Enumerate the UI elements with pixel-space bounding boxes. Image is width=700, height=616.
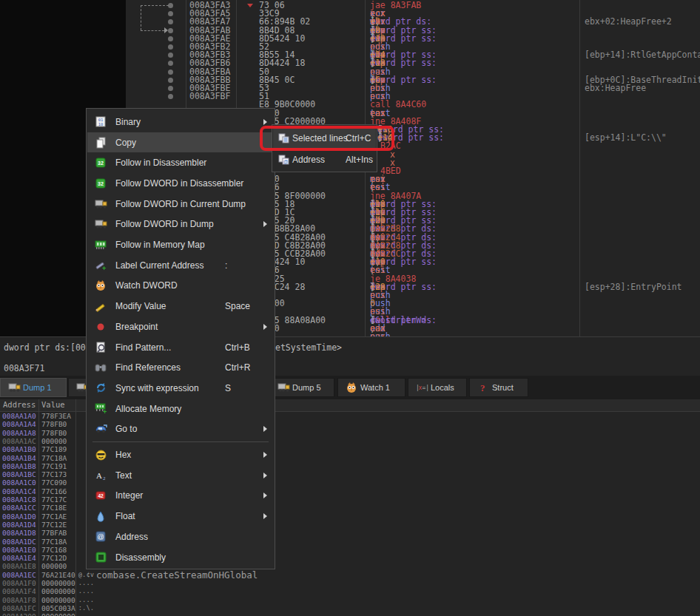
jump-line <box>141 5 169 6</box>
breakpoint-dot <box>168 94 173 99</box>
menu-item-hex[interactable]: Hex <box>87 444 274 465</box>
dump-address: 008AA200 <box>2 612 36 616</box>
info-expression: dword ptr ds:[00 <box>4 342 86 353</box>
menu-item-float[interactable]: Float <box>87 506 274 527</box>
submenu-arrow-icon <box>263 452 267 458</box>
menu-item-label: Sync with expression <box>115 383 199 393</box>
submenu-arrow-icon <box>263 221 267 227</box>
menu-item-address[interactable]: @Address <box>87 527 274 547</box>
svg-text:@: @ <box>97 533 104 541</box>
menu-item-follow-in-memory-map[interactable]: Follow in Memory Map <box>87 234 274 255</box>
svg-text:@: @ <box>283 159 288 164</box>
menu-item-copy[interactable]: Copy <box>87 132 274 153</box>
menu-item-label: Breakpoint <box>115 322 158 332</box>
dump-row[interactable]: 008AA1F400000000.... <box>0 587 700 595</box>
menu-item-label: Copy <box>115 138 136 148</box>
dump-address: 008AA1F8 <box>2 596 36 604</box>
instruction-comment: [ebp+14]:RtlGetAppContai <box>585 51 700 59</box>
jump-taken-icon <box>247 4 253 7</box>
menu-item-disassembly[interactable]: Disassembly <box>87 547 274 568</box>
alloc-memory-icon: + <box>94 402 107 416</box>
menu-item-follow-dword-in-disassembler[interactable]: 32Follow DWORD in Disassembler <box>87 173 274 194</box>
instruction-comment: ebx+02:HeapFree+2 <box>585 18 672 26</box>
tab-watch-1[interactable]: Watch 1 <box>337 378 405 397</box>
menu-item-label: Find References <box>115 362 181 373</box>
dump-value: 77C168 <box>41 546 67 554</box>
instruction-comment: [esp+28]:EntryPoint <box>585 283 682 291</box>
submenu-item-label: Address <box>292 155 325 165</box>
tab-label: Dump 5 <box>292 383 321 392</box>
dump-address: 008AA1A8 <box>2 429 36 437</box>
dump-value: 00000000 <box>41 579 75 587</box>
tab-dump-1[interactable]: Dump 1 <box>0 378 67 397</box>
submenu-item-address[interactable]: @AddressAlt+Ins <box>273 149 376 170</box>
truck-icon <box>94 197 107 211</box>
menu-item-modify-value[interactable]: Modify ValueSpace <box>87 296 274 317</box>
menu-item-follow-in-disassembler[interactable]: 32Follow in Disassembler <box>87 152 274 173</box>
dump-address: 008AA1BC <box>2 470 36 478</box>
dump-value: 77C12E <box>41 521 67 529</box>
menu-item-label: Modify Value <box>115 301 166 311</box>
dump-value: 77C18E <box>41 504 67 512</box>
dump-ascii: :.\. <box>78 604 94 612</box>
tab-locals[interactable]: |x=|Locals <box>408 378 467 397</box>
dump-value: 77C18A <box>41 538 67 546</box>
dump-row[interactable]: 008AA1EC76A21E40@.¢vcombase.CreateStream… <box>0 571 700 579</box>
tab-partial[interactable] <box>68 378 87 397</box>
menu-item-label: Watch DWORD <box>115 280 178 291</box>
dump-address: 008AA1AC <box>2 437 36 445</box>
submenu-arrow-icon <box>263 493 267 498</box>
menu-item-text[interactable]: A2Text <box>87 465 274 486</box>
dump-row[interactable]: 008AA1F000000000.... <box>0 579 700 587</box>
tab-struct[interactable]: ?Struct <box>469 378 528 397</box>
menu-item-go-to[interactable]: Go to <box>87 419 274 440</box>
dump-row[interactable]: 008AA1FC005C003A:.\. <box>0 604 700 612</box>
tab-dump-5[interactable]: Dump 5 <box>269 378 334 397</box>
menu-item-label: Follow DWORD in Current Dump <box>115 199 246 209</box>
dump-address: 008AA1C8 <box>2 495 36 504</box>
tab-label: Dump 1 <box>23 383 52 392</box>
dump-row[interactable]: 008AA1F800000000.... <box>0 596 700 604</box>
info-expression-right: etSystemTime> <box>275 342 342 353</box>
address-icon: @ <box>94 530 107 544</box>
dump-ascii: .... <box>78 612 94 616</box>
menu-item-label: Integer <box>115 490 143 501</box>
menu-item-binary[interactable]: 0110Binary <box>87 112 274 132</box>
menu-item-shortcut: Ctrl+B <box>225 342 250 353</box>
instruction-comment: [esp+14]:L"C:\\" <box>585 134 667 142</box>
menu-item-follow-dword-in-dump[interactable]: Follow DWORD in Dump <box>87 214 274 235</box>
dump-address: 008AA1F4 <box>2 587 36 595</box>
dump-row[interactable]: 008AA20000000000.... <box>0 612 700 616</box>
dump-value: 778FB0 <box>41 429 67 437</box>
instruction-address: 008A3FBF <box>189 92 230 101</box>
dump-address: 008AA1A0 <box>2 412 36 420</box>
menu-item-label-current-address[interactable]: +Label Current Address: <box>87 255 274 276</box>
svg-text:+: + <box>103 408 107 415</box>
menu-item-integer[interactable]: 42Integer <box>87 486 274 507</box>
submenu-item-shortcut: Alt+Ins <box>346 155 373 165</box>
dump-value: 00000000 <box>41 596 75 604</box>
dump-address: 008AA1E0 <box>2 546 36 554</box>
svg-text:32: 32 <box>98 160 104 166</box>
dump-value: 000000 <box>41 562 67 570</box>
goto-icon <box>94 422 107 436</box>
watch-icon <box>94 279 107 292</box>
menu-item-breakpoint[interactable]: Breakpoint <box>87 317 274 337</box>
menu-item-allocate-memory[interactable]: +Allocate Memory <box>87 399 274 419</box>
dump-value: 77C191 <box>41 462 67 470</box>
float-icon <box>94 510 107 523</box>
truck-icon <box>94 217 107 231</box>
menu-item-follow-dword-in-current-dump[interactable]: Follow DWORD in Current Dump <box>87 194 274 214</box>
submenu-arrow-icon <box>263 324 267 330</box>
cpu32-icon: 32 <box>94 177 107 190</box>
menu-item-label: Text <box>115 470 132 481</box>
dump-address: 008AA1CC <box>2 504 36 512</box>
menu-item-sync-with-expression[interactable]: Sync with expressionS <box>87 378 274 399</box>
menu-item-find-pattern[interactable]: Find Pattern...Ctrl+B <box>87 337 274 358</box>
menu-item-label: Find Pattern... <box>115 342 171 353</box>
menu-item-watch-dword[interactable]: Watch DWORD <box>87 276 274 297</box>
dump-address: 008AA1E4 <box>2 554 36 562</box>
menu-item-label: Go to <box>115 424 137 434</box>
menu-item-shortcut: Ctrl+R <box>225 362 250 373</box>
menu-item-find-references[interactable]: Find ReferencesCtrl+R <box>87 357 274 378</box>
